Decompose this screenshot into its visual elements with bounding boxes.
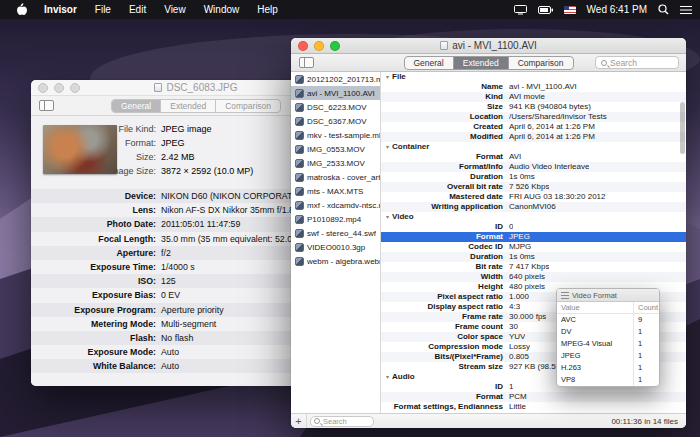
metadata-row[interactable]: Location/Users/Shared/Invisor Tests — [381, 112, 686, 122]
file-name: matroska - cover_art.mkv — [307, 173, 380, 182]
file-list-item[interactable]: mkv - test-sample.mkv — [291, 128, 380, 142]
stats-row: VP81 — [557, 374, 659, 386]
battery-icon[interactable] — [538, 6, 553, 14]
stats-col-count[interactable]: Count — [634, 302, 659, 313]
metadata-row[interactable]: Size941 KB (940804 bytes) — [381, 102, 686, 112]
display-icon[interactable] — [514, 5, 527, 15]
left-window-title-text: DSC_6083.JPG — [166, 82, 237, 93]
stats-titlebar[interactable]: Video Format — [557, 289, 659, 302]
file-list-item[interactable]: avi - MVI_1100.AVI — [291, 86, 380, 100]
add-file-button[interactable]: + — [291, 414, 307, 429]
file-proxy-icon[interactable] — [154, 83, 162, 92]
metadata-row[interactable]: Nameavi - MVI_1100.AVI — [381, 82, 686, 92]
metadata-row[interactable]: Duration1s 0ms — [381, 172, 686, 182]
info-value: 2.42 MB — [161, 150, 195, 164]
section-header-container[interactable]: ▾Container — [381, 142, 686, 152]
metadata-row[interactable]: Codec IDMJPG — [381, 242, 686, 252]
section-header-video[interactable]: ▾Video — [381, 212, 686, 222]
metadata-row[interactable]: Width640 pixels — [381, 272, 686, 282]
menu-help[interactable]: Help — [248, 4, 287, 15]
metadata-value: PCM — [509, 392, 527, 402]
video-file-icon — [295, 173, 304, 182]
menu-invisor[interactable]: Invisor — [35, 4, 86, 15]
metadata-row[interactable]: Mastered dateFRI AUG 03 18:30:20 2012 — [381, 192, 686, 202]
file-proxy-icon[interactable] — [440, 41, 448, 50]
file-list-item[interactable]: webm - algebra.webm — [291, 254, 380, 268]
video-file-icon — [295, 145, 304, 154]
metadata-row[interactable]: FormatAVI — [381, 152, 686, 162]
tab-extended[interactable]: Extended — [453, 57, 508, 69]
menu-window[interactable]: Window — [195, 4, 249, 15]
section-header-file[interactable]: ▾File — [381, 72, 686, 82]
list-icon — [561, 292, 569, 299]
tab-general[interactable]: General — [405, 57, 453, 69]
tab-extended[interactable]: Extended — [160, 100, 215, 112]
file-list-item[interactable]: mxf - xdcamdv-ntsc.mxf — [291, 198, 380, 212]
file-list-item[interactable]: VIDEO0010.3gp — [291, 240, 380, 254]
file-list-item[interactable]: 20121202_201713.mp4 — [291, 72, 380, 86]
toolbar-search-input[interactable]: Search — [595, 56, 679, 69]
file-list-item[interactable]: swf - stereo_44.swf — [291, 226, 380, 240]
menu-view[interactable]: View — [155, 4, 195, 15]
minimize-button[interactable] — [54, 83, 64, 93]
metadata-row[interactable]: Writing applicationCanonMVI06 — [381, 202, 686, 212]
file-list-item[interactable]: matroska - cover_art.mkv — [291, 170, 380, 184]
notification-center-icon[interactable] — [680, 5, 692, 15]
file-list-item[interactable]: DSC_6367.MOV — [291, 114, 380, 128]
scrollbar-thumb[interactable] — [680, 102, 685, 154]
stats-count: 1 — [634, 374, 659, 386]
metadata-value: 1 — [509, 382, 513, 392]
info-value: 3872 × 2592 (10.0 MP) — [161, 164, 253, 178]
close-button[interactable] — [298, 41, 308, 51]
file-list-item[interactable]: DSC_6223.MOV — [291, 100, 380, 114]
zoom-button[interactable] — [70, 83, 80, 93]
menu-edit[interactable]: Edit — [120, 4, 155, 15]
metadata-row[interactable]: Bit rate7 417 Kbps — [381, 262, 686, 272]
file-name: swf - stereo_44.swf — [307, 229, 376, 238]
metadata-row[interactable]: Duration1s 0ms — [381, 252, 686, 262]
stats-title: Video Format — [572, 291, 617, 300]
metadata-row[interactable]: ModifiedApril 6, 2014 at 1:26 PM — [381, 132, 686, 142]
exif-label: Device: — [31, 189, 161, 203]
metadata-row[interactable]: FormatJPEG — [381, 232, 686, 242]
metadata-value: 941 KB (940804 bytes) — [509, 102, 591, 112]
metadata-row[interactable]: CreatedApril 6, 2014 at 1:26 PM — [381, 122, 686, 132]
metadata-row[interactable]: Format settings, EndiannessLittle — [381, 402, 686, 412]
sidebar-search-input[interactable]: Search — [310, 416, 374, 427]
input-language-flag-icon[interactable] — [564, 6, 576, 14]
menu-clock[interactable]: Wed 6:41 PM — [587, 4, 647, 15]
exif-value: Auto — [161, 345, 179, 359]
metadata-label: Duration — [381, 172, 509, 182]
metadata-row[interactable]: Overall bit rate7 526 Kbps — [381, 182, 686, 192]
search-icon — [601, 60, 607, 66]
metadata-row[interactable]: FormatPCM — [381, 392, 686, 402]
metadata-label: Location — [381, 112, 509, 122]
exif-value: Multi-segment — [161, 317, 216, 331]
stats-col-value[interactable]: Value — [557, 302, 634, 313]
photo-thumbnail — [43, 125, 117, 174]
metadata-row[interactable]: KindAVI movie — [381, 92, 686, 102]
metadata-row[interactable]: ID0 — [381, 222, 686, 232]
minimize-button[interactable] — [314, 41, 324, 51]
tab-general[interactable]: General — [112, 100, 160, 112]
sidebar-toggle-icon[interactable] — [299, 57, 314, 68]
file-name: P1010892.mp4 — [307, 215, 361, 224]
sidebar-toggle-icon[interactable] — [39, 100, 54, 111]
zoom-button[interactable] — [330, 41, 340, 51]
right-window-title-text: avi - MVI_1100.AVI — [452, 40, 537, 51]
video-file-icon — [295, 117, 304, 126]
right-toolbar: GeneralExtendedComparison Search — [291, 54, 686, 72]
file-list-item[interactable]: IMG_0553.MOV — [291, 142, 380, 156]
menu-file[interactable]: File — [86, 4, 120, 15]
right-titlebar[interactable]: avi - MVI_1100.AVI — [291, 38, 686, 54]
file-list-item[interactable]: mts - MAX.MTS — [291, 184, 380, 198]
metadata-label: Stream size — [381, 362, 509, 372]
close-button[interactable] — [38, 83, 48, 93]
metadata-row[interactable]: Format/InfoAudio Video Interleave — [381, 162, 686, 172]
file-list-item[interactable]: P1010892.mp4 — [291, 212, 380, 226]
spotlight-icon[interactable] — [658, 4, 669, 15]
tab-comparison[interactable]: Comparison — [508, 57, 573, 69]
apple-menu[interactable] — [8, 3, 35, 16]
file-list-item[interactable]: IMG_2533.MOV — [291, 156, 380, 170]
tab-comparison[interactable]: Comparison — [215, 100, 280, 112]
